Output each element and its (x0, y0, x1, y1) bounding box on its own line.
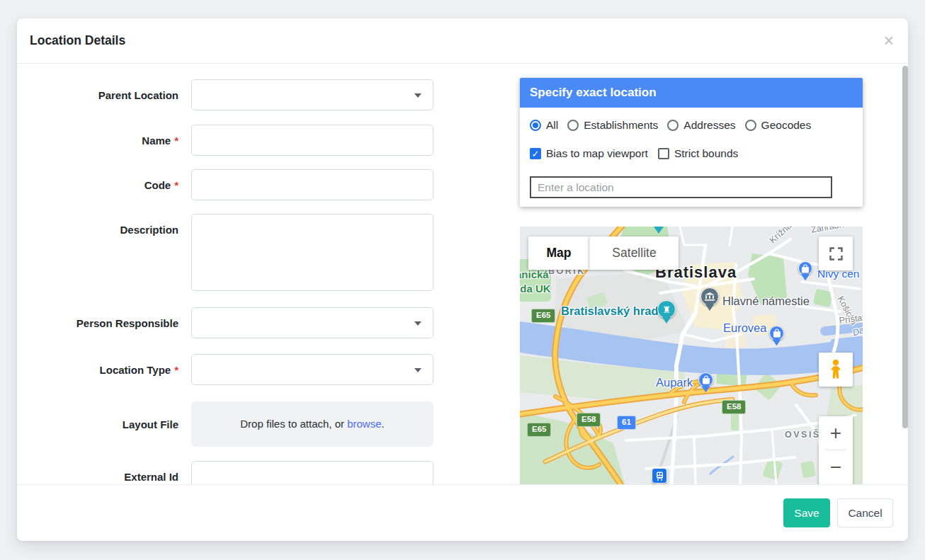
road-badge-e65: E65 (531, 309, 555, 323)
castle-pin-icon[interactable]: ♜ (657, 300, 676, 319)
chevron-down-icon (414, 321, 421, 326)
map-canvas[interactable]: BratislavaBÔRIKOVSIŠanickáada UKBratisla… (520, 227, 863, 484)
map-label-hlavn-n-mestie: Hlavné námestie (722, 295, 810, 308)
code-input[interactable] (191, 169, 433, 200)
layout-file-dropzone[interactable]: Drop files to attach, or browse. (191, 401, 433, 447)
name-label: Name* (17, 125, 178, 156)
close-icon[interactable]: × (883, 32, 894, 50)
checkbox-label: Strict bounds (674, 147, 738, 160)
radio-icon (745, 120, 756, 131)
checkbox-icon: ✓ (530, 148, 541, 159)
radio-option-all[interactable]: All (530, 119, 558, 132)
place-type-radio-group: AllEstablishmentsAddressesGeocodes (530, 117, 853, 134)
road-badge-61: 61 (617, 416, 636, 430)
zoom-out-button[interactable]: − (819, 450, 853, 484)
external-id-input[interactable] (191, 461, 433, 484)
form-row-parent-location: Parent Location (17, 79, 513, 110)
radio-label: Establishments (584, 119, 658, 132)
description-textarea[interactable] (191, 214, 433, 291)
checkbox-label: Bias to map viewport (546, 147, 648, 160)
pegman-control[interactable] (819, 353, 853, 387)
dropzone-text: Drop files to attach, or (240, 418, 344, 430)
person-responsible-select[interactable] (191, 307, 433, 338)
checkbox-option-strict-bounds[interactable]: Strict bounds (658, 147, 738, 160)
shopping-bag-pin-icon[interactable] (698, 372, 713, 387)
bag-glyph (702, 375, 710, 384)
radio-icon (667, 120, 679, 131)
required-asterisk: * (174, 135, 178, 147)
location-type-select[interactable] (191, 354, 433, 385)
radio-label: Addresses (683, 119, 735, 132)
modal-footer: Save Cancel (17, 484, 908, 541)
radio-label: All (546, 119, 558, 132)
form-row-person-responsible: Person Responsible (17, 307, 513, 338)
radio-option-establishments[interactable]: Establishments (567, 119, 658, 132)
zoom-in-button[interactable]: + (819, 416, 853, 450)
map-label-ada-uk: ada UK (520, 282, 551, 295)
road-badge-e65: E65 (527, 423, 551, 437)
cancel-button[interactable]: Cancel (837, 498, 893, 527)
panel-title: Specify exact location (520, 78, 863, 108)
map-label-eurovea: Eurovea (723, 321, 766, 335)
chevron-down-icon (414, 368, 421, 372)
satellite-type-button[interactable]: Satellite (589, 236, 679, 270)
scrollbar-thumb[interactable] (902, 66, 908, 428)
required-asterisk: * (174, 179, 178, 191)
person-responsible-label: Person Responsible (17, 307, 178, 338)
castle-glyph: ♜ (662, 305, 671, 314)
museum-pin-icon[interactable] (700, 287, 719, 306)
required-asterisk: * (174, 364, 178, 376)
modal-header: Location Details × (17, 18, 908, 64)
map-label-anick-: anická (520, 268, 549, 280)
modal-body: Parent Location Name* Code* Description … (17, 64, 908, 484)
location-search-input[interactable] (530, 176, 832, 198)
page-background: Location Details × Parent Location Name*… (0, 0, 925, 560)
road-badge-e58: E58 (722, 400, 746, 414)
fullscreen-icon (829, 247, 843, 261)
zoom-control: + − (819, 416, 853, 484)
checkbox-icon (658, 148, 669, 159)
specify-location-panel: Specify exact location AllEstablishments… (520, 78, 863, 207)
description-label: Description (17, 214, 178, 245)
bounds-checkbox-group: ✓Bias to map viewportStrict bounds (530, 147, 853, 161)
code-label: Code* (17, 169, 178, 200)
save-button[interactable]: Save (783, 498, 830, 527)
map-label-ovsi-: OVSIŠ (785, 430, 821, 440)
location-details-modal: Location Details × Parent Location Name*… (17, 18, 908, 541)
chevron-down-icon (414, 93, 421, 98)
form-row-location-type: Location Type* (17, 354, 513, 385)
radio-option-geocodes[interactable]: Geocodes (745, 119, 812, 132)
train-station-icon (652, 468, 667, 484)
location-type-label: Location Type* (17, 354, 178, 385)
map-label-bratislavsk-hrad: Bratislavský hrad (561, 304, 659, 318)
museum-glyph (705, 292, 715, 301)
parent-location-label: Parent Location (17, 79, 178, 110)
radio-icon (567, 120, 579, 131)
fullscreen-button[interactable] (819, 236, 853, 270)
map-label-aupark: Aupark (656, 376, 693, 389)
browse-link[interactable]: browse (347, 418, 381, 430)
parent-location-select[interactable] (191, 79, 433, 110)
dropzone-suffix: . (382, 418, 385, 430)
bag-glyph (773, 328, 781, 338)
radio-option-addresses[interactable]: Addresses (667, 119, 735, 132)
radio-icon (530, 120, 541, 131)
shopping-bag-pin-icon[interactable] (798, 261, 812, 275)
road-badge-e58: E58 (577, 413, 601, 427)
radio-label: Geocodes (761, 119, 812, 132)
name-input[interactable] (191, 125, 433, 156)
checkbox-option-bias-to-map-viewport[interactable]: ✓Bias to map viewport (530, 147, 648, 160)
bag-glyph (801, 264, 810, 273)
layout-file-label: Layout File (17, 401, 178, 447)
modal-title: Location Details (30, 33, 125, 48)
pegman-icon (828, 359, 844, 380)
map-type-button[interactable]: Map (528, 236, 589, 270)
panel-body: AllEstablishmentsAddressesGeocodes ✓Bias… (520, 108, 863, 207)
shopping-bag-pin-icon[interactable] (769, 326, 784, 341)
external-id-label: External Id (17, 461, 178, 484)
